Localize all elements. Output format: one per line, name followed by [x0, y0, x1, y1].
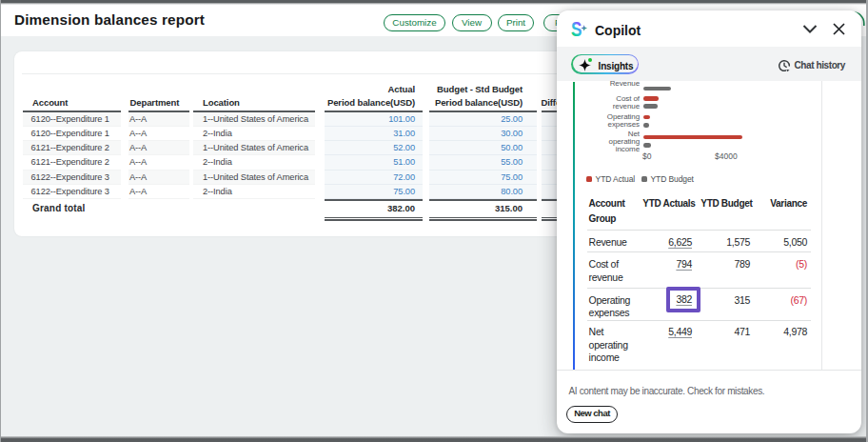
svg-text:S: S	[571, 20, 582, 38]
